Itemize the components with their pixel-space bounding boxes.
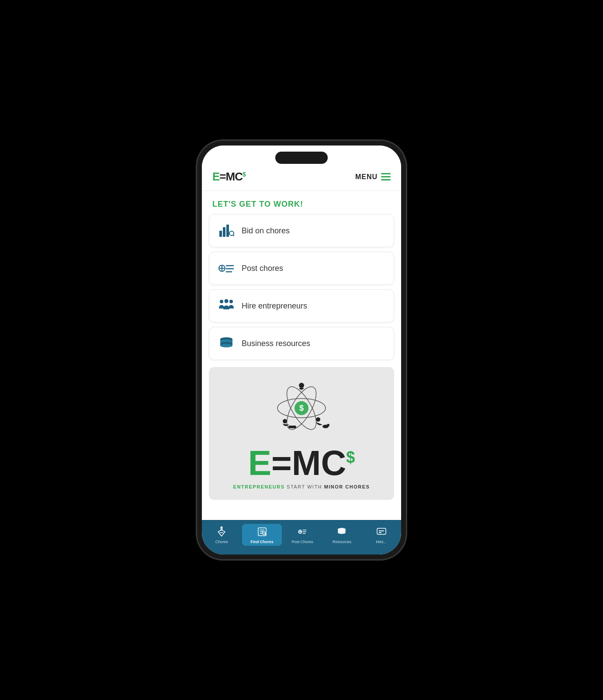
nav-resources[interactable]: Resources: [322, 524, 361, 546]
hero-logo-eq: =: [271, 446, 292, 481]
svg-line-4: [233, 235, 234, 236]
nav-chores-label: Chores: [215, 540, 228, 544]
business-resources-card[interactable]: Business resources: [209, 327, 394, 360]
svg-point-31: [327, 424, 329, 426]
logo-e: E: [212, 170, 219, 184]
logo-mc: MC: [226, 170, 243, 184]
menu-cards: Bid on chores: [202, 214, 401, 360]
post-chores-label: Post chores: [242, 264, 283, 273]
logo-dollar: $: [243, 171, 246, 178]
app-content: LET'S GET TO WORK!: [202, 191, 401, 520]
app-logo: E = MC $: [212, 170, 246, 184]
menu-label: MENU: [355, 173, 378, 181]
svg-point-26: [299, 383, 304, 388]
resources-icon: [218, 335, 235, 352]
hero-tagline: ENTREPRENEURS START WITH MINOR CHORES: [233, 484, 370, 489]
tagline-bold: MINOR CHORES: [324, 484, 370, 489]
nav-post-chores-label: Post Chores: [291, 540, 313, 544]
nav-find-chores[interactable]: Find Chores: [242, 524, 281, 546]
messages-nav-icon: [375, 526, 388, 538]
svg-rect-0: [219, 231, 222, 237]
hero-logo-e: E: [248, 446, 271, 481]
phone-screen: E = MC $ MENU LET'S GET TO WORK!: [202, 146, 401, 554]
business-resources-label: Business resources: [242, 339, 310, 348]
tagline-mid: START WITH: [285, 484, 324, 489]
bid-on-chores-label: Bid on chores: [242, 226, 290, 236]
post-icon: [218, 260, 235, 277]
nav-chores[interactable]: Chores: [202, 524, 241, 546]
svg-point-12: [225, 299, 229, 303]
nav-messages-label: Mes...: [376, 540, 387, 544]
hero-logo: E = MC $: [248, 446, 355, 481]
svg-rect-1: [223, 227, 225, 237]
svg-point-50: [338, 531, 346, 534]
resources-nav-icon: [336, 526, 348, 538]
tagline-green: ENTREPRENEURS: [233, 484, 285, 489]
nav-resources-label: Resources: [333, 540, 351, 544]
atom-illustration: $: [267, 378, 336, 439]
nav-messages[interactable]: Mes...: [362, 524, 401, 546]
phone-frame: E = MC $ MENU LET'S GET TO WORK!: [197, 140, 406, 560]
find-chores-nav-icon: [256, 526, 268, 538]
svg-point-20: [220, 344, 232, 347]
svg-text:$: $: [299, 404, 304, 412]
hero-section: $: [209, 367, 394, 500]
post-chores-nav-icon: [296, 526, 308, 538]
hero-logo-dollar: $: [346, 448, 355, 467]
nav-find-chores-label: Find Chores: [250, 540, 274, 544]
svg-point-32: [221, 527, 223, 529]
svg-rect-28: [288, 426, 296, 428]
post-chores-card[interactable]: Post chores: [209, 252, 394, 285]
dynamic-island: [275, 152, 328, 164]
svg-point-13: [229, 300, 233, 303]
nav-post-chores[interactable]: Post Chores: [283, 524, 322, 546]
bottom-nav: Chores Find Chores: [202, 520, 401, 554]
svg-rect-51: [377, 528, 386, 534]
logo-eq: =: [219, 170, 225, 184]
hero-logo-mc: MC: [292, 446, 346, 481]
hire-icon: [218, 298, 235, 314]
svg-point-29: [316, 417, 320, 422]
menu-button[interactable]: MENU: [355, 173, 391, 181]
chores-nav-icon: [215, 526, 228, 538]
hamburger-icon: [381, 173, 391, 180]
bid-on-chores-card[interactable]: Bid on chores: [209, 214, 394, 247]
svg-point-27: [283, 419, 287, 423]
svg-point-11: [220, 300, 223, 303]
bid-icon: [218, 222, 235, 239]
svg-rect-2: [226, 225, 229, 237]
hire-entrepreneurs-card[interactable]: Hire entrepreneurs: [209, 289, 394, 322]
hire-entrepreneurs-label: Hire entrepreneurs: [242, 301, 307, 311]
section-title: LET'S GET TO WORK!: [202, 191, 401, 214]
